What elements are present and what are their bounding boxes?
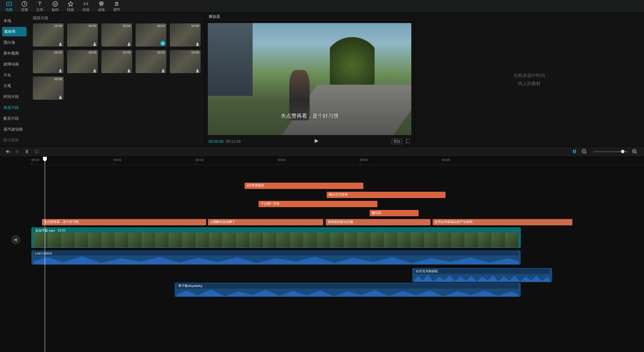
fullscreen-button[interactable] (406, 139, 411, 144)
ruler-tick: 00:02 (196, 158, 204, 162)
clip-thumbnail[interactable]: 00:04 (67, 23, 98, 47)
thumb-duration: 00:06 (54, 77, 62, 81)
audio-clip[interactable]: Lost Control (31, 251, 521, 265)
download-icon[interactable] (58, 42, 63, 46)
cat-local[interactable]: 本地 (0, 15, 29, 26)
download-icon[interactable] (93, 42, 97, 46)
clip-thumbnail[interactable]: 00:04 (101, 23, 132, 47)
adjust-icon (114, 1, 120, 7)
zoom-in-icon (632, 149, 637, 154)
redo-button[interactable] (13, 148, 21, 155)
caption-clip[interactable]: 游戏里的政治正确 (326, 219, 430, 225)
cat-timeseg[interactable]: 时间片段 (0, 91, 29, 102)
download-icon[interactable] (127, 42, 131, 46)
time-total: 00:12:24 (226, 139, 241, 143)
sticker-icon (52, 1, 58, 7)
clip-thumbnail[interactable]: 00:08 (33, 23, 64, 47)
play-icon (314, 139, 319, 143)
thumb-duration: 00:04 (157, 24, 165, 28)
download-icon[interactable] (127, 68, 131, 72)
preview-viewport[interactable]: 先点赞再看，是个好习惯 (208, 23, 411, 135)
ratio-button[interactable]: 原始 (392, 139, 402, 144)
clip-thumbnail[interactable]: 00:05 (67, 50, 98, 73)
cat-library[interactable]: 素材库 (2, 27, 27, 36)
download-icon[interactable] (195, 68, 200, 72)
clip-thumbnail[interactable]: 00:05 (101, 50, 132, 73)
zoom-out-button[interactable] (580, 148, 588, 155)
download-icon[interactable] (161, 68, 165, 72)
audio-clip[interactable]: 白月光与朱砂痣 (412, 268, 552, 282)
filter-icon (98, 1, 104, 7)
cat-glitch[interactable]: 故障动画 (0, 59, 29, 70)
gallery: 搞笑片段 00:0800:0400:0400:0400:0800:0400:05… (29, 13, 205, 146)
zoom-in-button[interactable] (631, 148, 638, 155)
thumbnail-grid: 00:0800:0400:0400:0400:0800:0400:0500:05… (33, 23, 201, 100)
library-panel: 本地 素材库 黑白场 新年氛围 故障动画 片头 片尾 时间片段 搞笑片段 配音片… (0, 13, 205, 146)
zoom-control (580, 148, 641, 155)
speaker-icon (14, 238, 18, 242)
clip-thumbnail[interactable]: 00:08 (170, 23, 201, 47)
clip-thumbnail[interactable]: 00:04 (136, 23, 166, 47)
fullscreen-icon (406, 139, 411, 143)
timeline-toolbar (0, 146, 644, 157)
caption-clip[interactable]: 是否会对游戏品质产生影响 (433, 219, 572, 225)
tab-sticker[interactable]: 贴纸 (48, 1, 63, 12)
text-clip[interactable]: 辆过百万投资 (327, 192, 446, 198)
crop-button[interactable] (33, 148, 41, 155)
undo-button[interactable] (3, 148, 11, 155)
split-button[interactable] (23, 148, 31, 155)
cat-more[interactable]: 解压氛围 (0, 135, 29, 146)
cat-newyear[interactable]: 新年氛围 (0, 48, 29, 59)
tab-video[interactable]: 视频 (1, 1, 17, 12)
cat-vaporwave[interactable]: 蒸汽波动画 (0, 124, 29, 135)
magnet-button[interactable] (571, 148, 578, 155)
caption-clip[interactable]: 先点赞再看，是个好习惯 (42, 219, 206, 225)
text-clip[interactable]: 干过腾广开发 (259, 201, 377, 207)
download-icon[interactable] (58, 68, 63, 72)
tab-filter[interactable]: 滤镜 (94, 1, 109, 12)
tracks-area: ●过苹果推荐辆过百万投资干过腾广开发趣玩堂先点赞再看，是个好习惯上期解玩杂说卿了… (31, 165, 644, 352)
timeline[interactable]: 00:0000:0100:0200:0300:0400:05 ●过苹果推荐辆过百… (0, 157, 644, 352)
cat-intro[interactable]: 片头 (0, 70, 29, 80)
top-toolbar: 视频 音频 文本 贴纸 特效 转场 滤镜 调节 (0, 0, 644, 13)
ruler-tick: 00:01 (114, 158, 122, 162)
audio-clip-label: 李子敬whyohwhy (177, 283, 519, 289)
playhead[interactable] (45, 157, 45, 352)
ruler-tick: 00:05 (442, 158, 450, 162)
caption-clip[interactable]: 上期解玩杂说卿了 (208, 219, 323, 225)
tab-transition[interactable]: 转场 (78, 1, 94, 12)
video-clip[interactable]: 未加字幕.mp412:23 (31, 227, 521, 248)
thumb-duration: 00:08 (54, 24, 62, 28)
tab-label: 转场 (78, 7, 94, 12)
play-button[interactable] (241, 139, 392, 144)
cat-funny[interactable]: 搞笑片段 (0, 102, 29, 113)
preview-panel: 播放器 先点赞再看，是个好习惯 00:00:00 00:12:24 原始 (205, 13, 414, 146)
zoom-slider[interactable] (593, 151, 628, 152)
tab-effect[interactable]: 特效 (63, 1, 78, 12)
cat-bw[interactable]: 黑白场 (0, 37, 29, 48)
download-icon[interactable] (195, 42, 200, 46)
thumb-duration: 00:06 (191, 51, 199, 54)
tab-text[interactable]: 文本 (32, 1, 48, 12)
clip-thumbnail[interactable]: 00:04 (33, 50, 64, 73)
tab-audio[interactable]: 音频 (17, 1, 32, 12)
gallery-title: 搞笑片段 (33, 15, 201, 21)
text-clip[interactable]: 趣玩堂 (370, 210, 419, 216)
clip-thumbnail[interactable]: 00:06 (33, 77, 64, 100)
ruler-tick: 00:04 (360, 158, 368, 162)
audio-clip[interactable]: 李子敬whyohwhy (175, 283, 521, 297)
mute-track-button[interactable] (11, 235, 20, 244)
download-icon[interactable] (58, 95, 63, 99)
tab-adjust[interactable]: 调节 (109, 1, 124, 12)
download-icon[interactable] (93, 68, 97, 72)
text-clip[interactable]: ●过苹果推荐 (245, 183, 363, 189)
thumb-duration: 00:08 (191, 24, 199, 28)
clip-thumbnail[interactable]: 00:02 (136, 50, 166, 73)
clip-thumbnail[interactable]: 00:06 (170, 50, 201, 73)
tab-label: 视频 (1, 7, 17, 12)
cat-outro[interactable]: 片尾 (0, 80, 29, 91)
cat-voiceover[interactable]: 配音片段 (0, 113, 29, 124)
effect-icon (67, 1, 74, 7)
time-ruler[interactable]: 00:0000:0100:0200:0300:0400:05 (31, 157, 644, 165)
svg-point-2 (53, 1, 58, 6)
